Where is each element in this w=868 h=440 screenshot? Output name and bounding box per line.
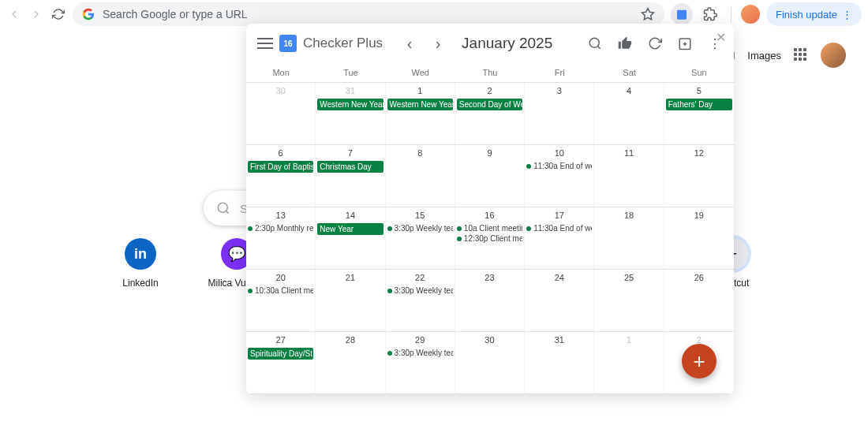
day-cell[interactable]: 2010:30a Client mee [246,270,316,331]
day-cell[interactable]: 11 [594,145,664,207]
event-item[interactable]: 12:30p Client mee [457,233,522,244]
omnibox-placeholder: Search Google or type a URL [103,8,633,21]
day-header: Mon [246,63,316,82]
today-icon[interactable] [677,35,693,51]
day-cell[interactable]: 18 [594,207,664,269]
day-cell[interactable]: 6First Day of Baptism [246,145,316,207]
day-cell[interactable]: 14New Year [316,207,385,269]
event-item[interactable]: 11:30a End of wee [526,223,592,233]
day-cell[interactable]: 2Second Day of Wes [455,83,525,144]
images-link[interactable]: Images [747,50,781,62]
day-cell[interactable]: 132:30p Monthly rep [246,207,316,269]
day-cell[interactable]: 28 [316,332,385,393]
svg-line-3 [226,211,228,213]
day-number: 1 [387,84,453,99]
day-cell[interactable]: 8 [386,145,455,207]
day-cell[interactable]: 24 [525,270,594,331]
day-cell[interactable]: 7Christmas Day [316,145,385,207]
event-item[interactable]: Spirituality Day/St S [248,348,313,360]
separator [731,6,731,22]
day-number: 15 [387,209,453,223]
google-apps-icon[interactable] [794,48,808,62]
day-cell[interactable]: 5Fathers' Day [664,83,734,144]
day-cell[interactable]: 1610a Client meeting12:30p Client mee [455,207,525,269]
forward-button[interactable] [28,6,44,22]
thumbs-up-icon[interactable] [617,35,633,51]
refresh-icon[interactable] [647,35,663,51]
day-cell[interactable]: 30 [455,332,525,393]
day-number: 13 [248,209,313,223]
event-item[interactable]: 3:30p Weekly tean [387,285,453,296]
day-cell[interactable]: 153:30p Weekly tean [386,207,455,269]
day-cell[interactable]: 21 [316,270,385,331]
day-number: 16 [457,209,522,223]
day-header: Fri [525,63,594,82]
event-item[interactable]: Western New Year's [317,99,383,110]
week-row: 3031Western New Year's1Western New Year'… [246,83,734,145]
event-item[interactable]: 11:30a End of wee [526,161,592,171]
finish-update-button[interactable]: Finish update ⋮ [766,2,862,26]
month-title: January 2025 [462,35,552,52]
day-number: 19 [666,209,732,223]
reload-button[interactable] [51,6,66,22]
event-item[interactable]: Christmas Day [317,161,383,173]
profile-avatar-large[interactable] [821,43,846,68]
search-box-partial[interactable]: Se [204,191,251,226]
menu-icon[interactable] [257,38,273,49]
day-cell[interactable]: 25 [594,270,664,331]
day-cell[interactable]: 27Spirituality Day/St S [246,332,316,393]
search-icon[interactable] [587,35,603,51]
event-item[interactable]: 3:30p Weekly tean [387,223,453,233]
extensions-icon[interactable] [699,3,721,25]
day-number: 9 [457,147,522,161]
back-button[interactable] [6,6,22,22]
day-cell[interactable]: 293:30p Weekly tean [386,332,455,393]
omnibox[interactable]: Search Google or type a URL [73,2,664,26]
day-cell[interactable]: 1Western New Year's [386,83,455,144]
event-item[interactable]: Western New Year's [387,99,453,110]
day-cell[interactable]: 1011:30a End of wee [525,145,594,207]
day-cell[interactable]: 9 [455,145,525,207]
day-cell[interactable]: 31 [525,332,594,393]
day-number: 1 [596,334,661,348]
event-item[interactable]: 10:30a Client mee [248,285,313,296]
calendar-popup: ✕ 16 Checker Plus ‹ › January 2025 ⋮ Mon… [246,24,734,394]
day-cell[interactable]: 12 [664,145,734,207]
week-row: 27Spirituality Day/St S28293:30p Weekly … [246,332,734,394]
shortcut-label: LinkedIn [109,278,172,289]
bookmark-star-icon[interactable] [641,7,655,21]
week-row: 6First Day of Baptism7Christmas Day89101… [246,145,734,207]
day-cell[interactable]: 26 [664,270,734,331]
day-header: Thu [455,63,525,82]
day-cell[interactable]: 30 [246,83,316,144]
day-number: 7 [317,147,383,161]
day-cell[interactable]: 19 [664,207,734,269]
event-item[interactable]: 2:30p Monthly rep [248,223,313,233]
day-cell[interactable]: 3 [525,83,594,144]
day-number: 4 [596,84,661,99]
shortcut-item[interactable]: inLinkedIn [109,238,172,289]
event-item[interactable]: Fathers' Day [666,99,732,110]
event-item[interactable]: New Year [317,223,383,235]
day-cell[interactable]: 23 [455,270,525,331]
svg-rect-1 [677,10,687,20]
day-cell[interactable]: 31Western New Year's [316,83,385,144]
day-number: 8 [387,147,453,161]
event-item[interactable]: First Day of Baptism [248,161,313,173]
prev-month-button[interactable]: ‹ [398,32,421,54]
add-event-fab[interactable]: + [682,344,716,378]
close-icon[interactable]: ✕ [716,30,726,45]
next-month-button[interactable]: › [427,32,449,54]
event-item[interactable]: 3:30p Weekly tean [387,348,453,358]
day-cell[interactable]: 223:30p Weekly tean [386,270,455,331]
more-vert-icon: ⋮ [842,9,852,21]
event-item[interactable]: Second Day of Wes [457,99,522,110]
day-headers-row: MonTueWedThuFriSatSun [246,63,734,83]
calendar-header: 16 Checker Plus ‹ › January 2025 ⋮ [246,24,734,63]
day-cell[interactable]: 1 [594,332,664,393]
event-item[interactable]: 10a Client meeting [457,223,522,233]
extension-calendar-icon[interactable] [671,3,693,25]
day-cell[interactable]: 4 [594,83,664,144]
profile-avatar-small[interactable] [741,5,760,24]
day-cell[interactable]: 1711:30a End of wee [525,207,594,269]
